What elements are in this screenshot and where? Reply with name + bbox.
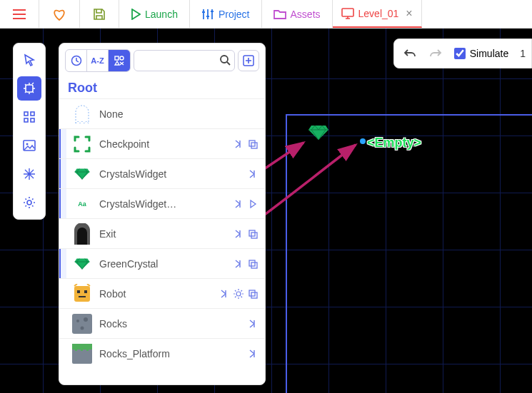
reset-button[interactable] — [232, 198, 245, 210]
row-name: Robot — [99, 288, 218, 300]
scene-bounds — [286, 114, 532, 393]
copy-button[interactable] — [246, 138, 259, 150]
svg-rect-21 — [77, 290, 80, 293]
svg-rect-34 — [81, 348, 83, 351]
svg-rect-3 — [31, 112, 34, 116]
simulate-label: Simulate — [470, 48, 508, 59]
hierarchy-tree[interactable]: NoneCheckpointCrystalsWidgetAaCrystalsWi… — [59, 98, 265, 375]
svg-rect-15 — [251, 143, 257, 148]
chip-tool[interactable] — [17, 76, 41, 101]
svg-rect-14 — [249, 141, 255, 146]
svg-rect-23 — [79, 296, 86, 297]
hierarchy-row[interactable]: Checkpoint — [59, 128, 265, 158]
copy-button[interactable] — [246, 228, 259, 240]
copy-button[interactable] — [246, 257, 259, 270]
assets-label: Assets — [291, 9, 321, 20]
image-tool[interactable] — [17, 133, 41, 158]
svg-rect-4 — [24, 118, 28, 122]
simulate-checkbox[interactable] — [454, 48, 466, 59]
hierarchy-header: A-Z — [59, 44, 265, 76]
svg-rect-35 — [86, 348, 89, 351]
gem-icon — [69, 251, 95, 277]
hierarchy-row[interactable]: Robot — [59, 278, 265, 308]
hierarchy-row[interactable]: None — [59, 98, 265, 128]
hierarchy-row[interactable]: Exit — [59, 218, 265, 248]
launch-label: Launch — [145, 9, 178, 20]
hierarchy-row[interactable]: Rocks — [59, 308, 265, 338]
svg-point-30 — [81, 326, 84, 330]
row-actions — [246, 317, 259, 330]
folder-icon — [273, 9, 286, 20]
monitor-icon — [341, 8, 354, 19]
hierarchy-row[interactable]: Rocks_Platform — [59, 338, 265, 368]
hierarchy-panel: A-Z Root NoneCheckpointCrystalsWidgetAaC… — [59, 43, 266, 385]
svg-rect-19 — [251, 262, 257, 268]
simulate-toggle[interactable]: Simulate — [451, 48, 511, 59]
row-actions — [232, 257, 259, 270]
svg-rect-27 — [72, 314, 92, 334]
svg-rect-26 — [251, 292, 257, 298]
svg-point-8 — [27, 200, 31, 205]
reset-button[interactable] — [232, 257, 245, 270]
sparkle-tool[interactable] — [17, 162, 41, 186]
favorite-button[interactable] — [39, 0, 80, 28]
gem-icon — [69, 161, 95, 187]
reset-button[interactable] — [232, 228, 245, 240]
hamburger-icon — [13, 9, 26, 19]
reset-button[interactable] — [232, 138, 245, 150]
scene-empty-label: <Empty> — [367, 136, 421, 150]
level-tab[interactable]: Level_01 × — [333, 0, 422, 28]
reset-button[interactable] — [246, 317, 259, 330]
select-tool[interactable] — [17, 48, 41, 72]
image-icon — [23, 140, 36, 151]
sort-type[interactable] — [109, 50, 130, 71]
svg-point-12 — [221, 56, 228, 63]
reset-button[interactable] — [246, 347, 259, 360]
hierarchy-row[interactable]: GreenCrystal — [59, 248, 265, 278]
row-actions — [218, 287, 259, 300]
hierarchy-search[interactable] — [134, 50, 235, 71]
canvas-controls: Simulate 1 — [393, 39, 532, 68]
launch-button[interactable]: Launch — [119, 0, 190, 28]
scene-empty-node[interactable] — [360, 138, 366, 144]
sort-recent[interactable] — [66, 50, 87, 71]
close-tab-icon[interactable]: × — [406, 7, 412, 20]
root-label[interactable]: Root — [59, 76, 265, 98]
redo-icon — [429, 48, 442, 59]
undo-button[interactable] — [400, 44, 420, 63]
save-button[interactable] — [80, 0, 119, 28]
svg-rect-22 — [84, 290, 87, 293]
arch-icon — [69, 221, 95, 247]
settings-tool[interactable] — [17, 190, 41, 215]
tool-strip — [13, 43, 46, 220]
reset-button[interactable] — [218, 287, 231, 300]
row-gutter — [59, 99, 66, 128]
project-button[interactable]: Project — [190, 0, 262, 28]
sun-button[interactable] — [232, 287, 245, 300]
assets-button[interactable]: Assets — [262, 0, 333, 28]
row-name: Rocks — [99, 318, 246, 330]
hierarchy-row[interactable]: CrystalsWidget — [59, 158, 265, 188]
row-name: None — [99, 108, 259, 120]
reset-button[interactable] — [246, 168, 259, 180]
add-icon — [243, 55, 254, 66]
row-actions — [232, 198, 259, 210]
redo-button[interactable] — [426, 44, 446, 63]
svg-rect-18 — [249, 260, 255, 266]
play-button[interactable] — [246, 198, 259, 210]
svg-rect-20 — [74, 286, 90, 302]
platform-icon — [69, 341, 95, 367]
add-node-button[interactable] — [238, 50, 259, 71]
row-gutter — [59, 129, 66, 158]
hierarchy-row[interactable]: AaCrystalsWidget… — [59, 188, 265, 218]
menu-button[interactable] — [0, 0, 39, 28]
sort-alpha[interactable]: A-Z — [87, 50, 109, 71]
svg-point-7 — [26, 143, 29, 146]
row-name: Rocks_Platform — [99, 348, 246, 359]
copy-button[interactable] — [246, 287, 259, 300]
row-actions — [246, 168, 259, 180]
row-gutter — [59, 339, 66, 368]
heart-icon — [52, 8, 66, 21]
grid-tool[interactable] — [17, 105, 41, 129]
scene-gem-icon[interactable] — [308, 124, 328, 141]
